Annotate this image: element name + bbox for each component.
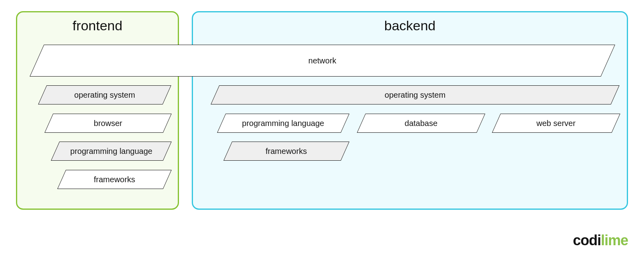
backend-os-label: operating system xyxy=(385,91,445,100)
backend-db-layer: database xyxy=(357,114,485,133)
frontend-lang-label: programming language xyxy=(70,147,153,156)
network-layer: network xyxy=(30,45,615,77)
backend-lang-layer: programming language xyxy=(217,114,349,133)
logo-lime: lime xyxy=(601,232,628,248)
network-label: network xyxy=(308,56,336,65)
frontend-os-layer: operating system xyxy=(38,85,171,104)
frontend-os-label: operating system xyxy=(74,91,135,100)
backend-web-label: web server xyxy=(537,119,576,128)
backend-title: backend xyxy=(193,18,627,33)
codilime-logo: codilime xyxy=(573,232,628,249)
frontend-lang-layer: programming language xyxy=(51,142,171,161)
backend-os-layer: operating system xyxy=(211,85,619,104)
backend-web-layer: web server xyxy=(492,114,620,133)
logo-codi: codi xyxy=(573,232,601,248)
backend-panel: backend xyxy=(192,11,628,210)
frontend-fw-label: frameworks xyxy=(94,175,135,184)
frontend-browser-label: browser xyxy=(94,119,122,128)
backend-fw-layer: frameworks xyxy=(223,142,349,161)
frontend-fw-layer: frameworks xyxy=(57,170,171,189)
backend-db-label: database xyxy=(405,119,437,128)
backend-lang-label: programming language xyxy=(242,119,324,128)
frontend-title: frontend xyxy=(17,18,178,33)
frontend-browser-layer: browser xyxy=(44,114,171,133)
backend-fw-label: frameworks xyxy=(266,147,307,156)
